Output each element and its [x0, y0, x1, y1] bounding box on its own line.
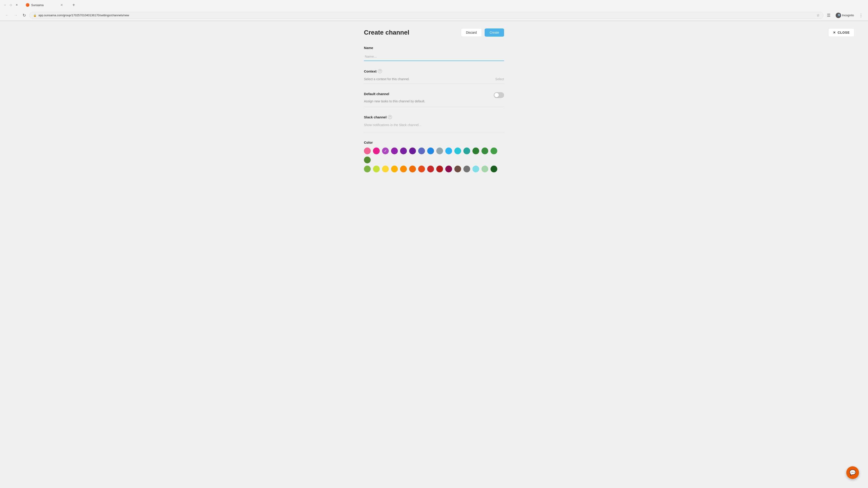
color-dot[interactable]	[391, 148, 398, 154]
default-channel-field: Default channel Assign new tasks to this…	[364, 92, 504, 107]
address-bar[interactable]: 🔒 app.sunsama.com/group/1702570104013617…	[29, 12, 824, 19]
reload-button[interactable]: ↻	[21, 12, 28, 19]
incognito-label: Incognito	[842, 13, 854, 17]
form-header: Create channel Discard Create	[364, 28, 504, 37]
slack-row: Show notifications in the Slack channel.…	[364, 121, 504, 132]
sunsama-favicon	[26, 3, 29, 7]
url-text: app.sunsama.com/group/17025701040136170/…	[38, 13, 815, 17]
context-label: Context ?	[364, 69, 504, 73]
context-row: Select a context for this channel. Selec…	[364, 75, 504, 84]
toggle-row: Default channel Assign new tasks to this…	[364, 92, 504, 107]
context-description: Select a context for this channel.	[364, 77, 410, 81]
context-select-button[interactable]: Select	[495, 77, 504, 81]
title-bar: – □ ✕ Sunsama ✕ +	[0, 0, 868, 10]
slack-help-icon[interactable]: ?	[388, 115, 392, 119]
forward-button[interactable]: →	[12, 12, 19, 19]
color-dot[interactable]	[491, 148, 497, 154]
color-dot[interactable]	[445, 166, 452, 172]
browser-tab-sunsama[interactable]: Sunsama ✕	[22, 1, 67, 8]
color-dot[interactable]	[472, 166, 479, 172]
slack-channel-label: Slack channel ?	[364, 115, 504, 119]
page-content: ✕ CLOSE Create channel Discard Create Na…	[0, 21, 868, 488]
color-dot[interactable]	[427, 148, 434, 154]
color-dot[interactable]	[445, 148, 452, 154]
lock-icon: 🔒	[33, 14, 37, 17]
close-x-icon: ✕	[833, 31, 836, 34]
nav-right-actions: ☰ 🔎 Incognito ⋮	[825, 12, 864, 19]
color-dot[interactable]	[382, 166, 389, 172]
discard-button[interactable]: Discard	[461, 28, 482, 37]
context-help-icon[interactable]: ?	[378, 69, 382, 73]
incognito-button[interactable]: 🔎 Incognito	[833, 12, 857, 19]
chat-icon: 💬	[849, 469, 856, 476]
form-actions: Discard Create	[461, 28, 504, 37]
color-dot[interactable]	[482, 148, 488, 154]
nav-bar: ← → ↻ 🔒 app.sunsama.com/group/1702570104…	[0, 10, 868, 21]
chat-fab-button[interactable]: 💬	[846, 466, 859, 479]
color-dot[interactable]	[418, 166, 425, 172]
color-dot[interactable]	[472, 148, 479, 154]
default-channel-label: Default channel	[364, 92, 389, 96]
color-dot[interactable]	[391, 166, 398, 172]
context-field: Context ? Select a context for this chan…	[364, 69, 504, 84]
color-dot[interactable]	[364, 166, 371, 172]
new-tab-button[interactable]: +	[70, 1, 77, 8]
tab-title: Sunsama	[31, 3, 43, 7]
color-dot[interactable]	[418, 148, 425, 154]
color-dot[interactable]	[436, 166, 443, 172]
color-grid-row1	[364, 148, 504, 163]
create-button[interactable]: Create	[485, 29, 504, 37]
color-dot[interactable]	[463, 148, 470, 154]
incognito-icon: 🔎	[836, 13, 841, 18]
color-dot[interactable]	[436, 148, 443, 154]
color-dot[interactable]	[409, 166, 416, 172]
slack-placeholder: Show notifications in the Slack channel.…	[364, 121, 504, 129]
color-dot[interactable]	[364, 157, 371, 163]
form-container: Create channel Discard Create Name Conte…	[355, 28, 513, 172]
name-input[interactable]	[364, 52, 504, 61]
name-field: Name	[364, 46, 504, 61]
bookmark-icon: ☆	[816, 13, 819, 18]
color-dot[interactable]	[400, 148, 407, 154]
color-dot[interactable]	[400, 166, 407, 172]
color-grid-row2	[364, 166, 504, 172]
more-options-button[interactable]: ⋮	[858, 12, 864, 19]
color-dot[interactable]	[364, 148, 371, 154]
color-dot[interactable]	[482, 166, 488, 172]
name-label: Name	[364, 46, 504, 50]
close-label: CLOSE	[838, 31, 850, 34]
minimize-button[interactable]: –	[3, 3, 7, 7]
maximize-button[interactable]: □	[8, 3, 13, 7]
window-controls: – □ ✕	[3, 3, 19, 7]
default-channel-toggle[interactable]	[494, 92, 504, 98]
close-button[interactable]: ✕ CLOSE	[828, 28, 855, 37]
color-dot[interactable]	[409, 148, 416, 154]
toggle-header: Default channel	[364, 92, 504, 98]
tab-search-button[interactable]: ☰	[825, 12, 832, 19]
color-dot[interactable]	[382, 148, 389, 154]
default-channel-description: Assign new tasks to this channel by defa…	[364, 99, 504, 103]
color-dot[interactable]	[373, 166, 380, 172]
color-dot[interactable]	[427, 166, 434, 172]
color-dot[interactable]	[454, 148, 461, 154]
window-close-button[interactable]: ✕	[14, 3, 19, 7]
page-title: Create channel	[364, 29, 409, 36]
browser-chrome: – □ ✕ Sunsama ✕ + ← → ↻ 🔒 app.sunsama.co…	[0, 0, 868, 21]
color-label: Color	[364, 140, 504, 144]
color-section: Color	[364, 140, 504, 172]
color-dot[interactable]	[373, 148, 380, 154]
back-button[interactable]: ←	[4, 12, 10, 19]
color-dot[interactable]	[454, 166, 461, 172]
tab-close-button[interactable]: ✕	[60, 3, 64, 7]
slack-channel-field: Slack channel ? Show notifications in th…	[364, 115, 504, 132]
color-dot[interactable]	[463, 166, 470, 172]
color-dot[interactable]	[491, 166, 497, 172]
